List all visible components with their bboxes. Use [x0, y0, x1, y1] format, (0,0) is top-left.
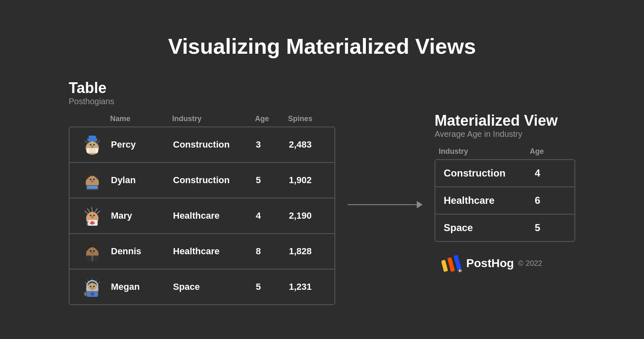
table-sublabel: Posthogians [69, 97, 335, 106]
row-industry: Space [173, 282, 256, 292]
avatar [74, 203, 111, 228]
row-age: 8 [256, 246, 289, 257]
svg-point-32 [93, 215, 95, 216]
svg-rect-73 [442, 260, 448, 272]
table-row: Dylan Construction 5 1,902 [70, 163, 334, 198]
svg-line-52 [96, 246, 100, 250]
table-header: Table Posthogians [69, 79, 335, 106]
row-age: 5 [256, 175, 289, 186]
posthog-logo-icon [442, 254, 462, 272]
svg-point-5 [91, 146, 94, 148]
svg-line-37 [95, 208, 97, 212]
arrow-section [335, 179, 435, 205]
svg-point-17 [88, 176, 97, 185]
row-age: 5 [256, 282, 289, 292]
svg-line-23 [91, 172, 92, 176]
svg-line-35 [87, 208, 90, 212]
row-name: Dylan [111, 175, 173, 186]
table-row: Dennis Healthcare 8 1,828 [70, 234, 334, 270]
svg-line-22 [87, 173, 90, 177]
view-industry: Healthcare [444, 195, 535, 206]
vcol-header-industry: Industry [439, 147, 530, 156]
row-spines: 1,231 [289, 282, 330, 292]
svg-point-3 [90, 144, 91, 146]
svg-point-69 [91, 292, 94, 296]
view-age: 5 [535, 222, 560, 234]
svg-line-25 [96, 175, 100, 179]
svg-line-34 [85, 211, 88, 214]
table-row: Megan Space 5 1,231 [70, 270, 334, 304]
table-col-headers: Name Industry Age Spines [69, 115, 335, 123]
svg-rect-27 [87, 186, 98, 189]
svg-point-4 [93, 144, 95, 146]
arrow-line [348, 204, 422, 205]
table-label: Table [69, 79, 335, 97]
svg-point-46 [93, 250, 95, 252]
row-name: Megan [111, 282, 173, 292]
svg-point-58 [88, 283, 96, 291]
svg-rect-72 [85, 292, 86, 296]
row-industry: Construction [173, 139, 256, 150]
content-area: Table Posthogians Name Industry Age Spin… [0, 79, 644, 305]
view-row: Space 5 [435, 215, 574, 241]
svg-rect-55 [91, 255, 93, 261]
row-name: Percy [111, 139, 173, 150]
branding: PostHog © 2022 [442, 254, 542, 272]
svg-line-38 [96, 211, 100, 214]
row-spines: 1,828 [289, 246, 330, 257]
row-industry: Construction [173, 175, 256, 186]
view-age: 6 [535, 195, 560, 206]
row-spines: 2,483 [289, 139, 330, 150]
svg-point-61 [91, 287, 94, 289]
data-table: Percy Construction 3 2,483 [69, 127, 335, 305]
view-col-headers: Industry Age [435, 147, 575, 156]
svg-point-31 [90, 215, 91, 216]
svg-point-60 [93, 286, 95, 287]
svg-rect-41 [90, 222, 95, 224]
col-header-spines: Spines [288, 115, 329, 123]
svg-rect-75 [454, 255, 462, 272]
svg-point-30 [88, 212, 96, 220]
svg-point-59 [90, 286, 91, 287]
copyright-text: © 2022 [518, 259, 542, 268]
view-row: Construction 4 [435, 160, 574, 187]
avatar [74, 168, 111, 193]
svg-point-20 [91, 181, 94, 182]
avatar [74, 132, 111, 157]
svg-line-21 [85, 175, 88, 179]
svg-line-36 [91, 207, 92, 212]
view-label: Materialized View [435, 112, 575, 129]
row-name: Mary [111, 210, 173, 221]
svg-line-48 [85, 246, 88, 250]
avatar [74, 239, 111, 264]
row-spines: 1,902 [289, 175, 330, 186]
svg-point-18 [90, 179, 91, 180]
row-spines: 2,190 [289, 210, 330, 221]
posthog-brand-name: PostHog [466, 257, 514, 270]
svg-rect-12 [89, 136, 96, 140]
col-header-name: Name [110, 115, 172, 123]
svg-rect-14 [89, 148, 96, 153]
view-section: Materialized View Average Age in Industr… [435, 112, 575, 272]
vcol-header-age: Age [530, 147, 563, 156]
svg-line-50 [91, 242, 92, 247]
table-row: Percy Construction 3 2,483 [70, 127, 334, 163]
page-title: Visualizing Materialized Views [168, 34, 476, 59]
view-sublabel: Average Age in Industry [435, 129, 575, 139]
avatar [74, 275, 111, 299]
svg-point-33 [91, 216, 94, 218]
svg-point-47 [91, 252, 94, 253]
svg-point-44 [88, 247, 96, 255]
col-header-age: Age [255, 115, 288, 123]
svg-rect-74 [447, 257, 454, 272]
view-header: Materialized View Average Age in Industr… [435, 112, 575, 139]
table-section: Table Posthogians Name Industry Age Spin… [69, 79, 335, 305]
svg-point-19 [93, 179, 95, 180]
view-industry: Construction [444, 167, 535, 179]
view-industry: Space [444, 222, 535, 234]
col-header-industry: Industry [172, 115, 255, 123]
svg-line-51 [95, 244, 98, 248]
row-name: Dennis [111, 246, 173, 257]
svg-line-24 [95, 173, 97, 177]
table-row: Mary Healthcare 4 2,190 [70, 198, 334, 234]
